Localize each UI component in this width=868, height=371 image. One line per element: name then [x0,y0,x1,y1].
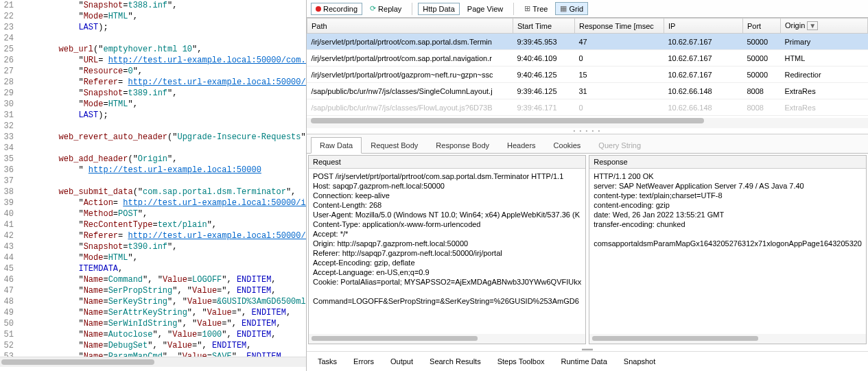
tab-query-string[interactable]: Query String [589,137,650,153]
col-path[interactable]: Path [307,19,513,34]
splitter-handle[interactable]: • • • • • [307,128,868,134]
request-raw-text[interactable]: POST /irj/servlet/prt/portal/prtroot/com… [309,169,585,334]
request-scrollbar[interactable] [309,334,585,344]
tab-tasks[interactable]: Tasks [318,357,337,366]
record-icon [316,6,321,12]
tab-cookies[interactable]: Cookies [545,137,590,153]
table-row[interactable]: /sap/public/bc/ur/nw7/js/classes/FlowLay… [307,99,867,116]
http-requests-table: Path Start Time Response Time [msec IP P… [307,18,868,134]
tab-response-body[interactable]: Response Body [427,137,498,153]
detail-tabs: Raw Data Request Body Response Body Head… [307,134,868,154]
table-row[interactable]: /sap/public/bc/ur/nw7/js/classes/SingleC… [307,83,867,99]
tree-icon [524,4,530,13]
table-horizontal-scrollbar[interactable] [307,118,868,128]
line-number-gutter: 2122232425262728293031323334353637383940… [0,0,16,357]
col-port[interactable]: Port [742,19,780,34]
response-panel-header: Response [589,156,866,169]
http-data-button[interactable]: Http Data [418,3,459,15]
tab-headers[interactable]: Headers [498,137,545,153]
tab-snapshot[interactable]: Snapshot [624,357,655,366]
page-view-button[interactable]: Page View [462,3,508,15]
separator [412,3,412,15]
code-editor[interactable]: "Snapshot=t388.inf", "Mode=HTML", LAST);… [16,0,306,357]
tree-view-button[interactable]: Tree [519,2,552,15]
table-row[interactable]: /irj/servlet/prt/portal/prtroot/gazprom~… [307,67,867,83]
response-raw-text[interactable]: HTTP/1.1 200 OK server: SAP NetWeaver Ap… [589,169,866,334]
col-start-time[interactable]: Start Time [513,19,574,34]
tab-output[interactable]: Output [390,357,413,366]
tab-request-body[interactable]: Request Body [362,137,427,153]
table-row[interactable]: /irj/servlet/prt/portal/prtroot/com.sap.… [307,50,867,67]
tab-errors[interactable]: Errors [353,357,374,366]
grid-view-button[interactable]: Grid [555,2,588,15]
response-scrollbar[interactable] [589,334,866,344]
snapshot-pane: Recording Replay Http Data Page View Tre… [307,0,868,371]
col-ip[interactable]: IP [664,19,742,34]
replay-icon [370,4,376,13]
grid-icon [560,4,567,13]
replay-toggle[interactable]: Replay [365,2,406,15]
request-panel: Request POST /irj/servlet/prt/portal/prt… [308,155,586,344]
request-panel-header: Request [309,156,585,169]
col-response-time[interactable]: Response Time [msec [574,19,664,34]
output-tabs: Tasks Errors Output Search Results Steps… [307,351,868,371]
recording-toggle[interactable]: Recording [311,3,362,15]
tab-raw-data[interactable]: Raw Data [311,137,362,154]
tab-search-results[interactable]: Search Results [430,357,481,366]
table-row[interactable]: /irj/servlet/prt/portal/prtroot/com.sap.… [307,34,867,50]
snapshot-toolbar: Recording Replay Http Data Page View Tre… [307,0,868,18]
tab-steps-toolbox[interactable]: Steps Toolbox [497,357,545,366]
filter-icon[interactable]: ▼ [807,21,818,30]
separator [513,3,514,15]
bottom-splitter-handle[interactable]: ▬▬ [307,346,868,351]
request-response-split: Request POST /irj/servlet/prt/portal/prt… [307,154,868,346]
tab-runtime-data[interactable]: Runtime Data [561,357,607,366]
col-origin[interactable]: Origin ▼ [780,19,867,34]
script-editor-pane: 2122232425262728293031323334353637383940… [0,0,307,371]
editor-horizontal-scrollbar[interactable] [0,357,306,367]
response-panel: Response HTTP/1.1 200 OK server: SAP Net… [589,155,867,344]
